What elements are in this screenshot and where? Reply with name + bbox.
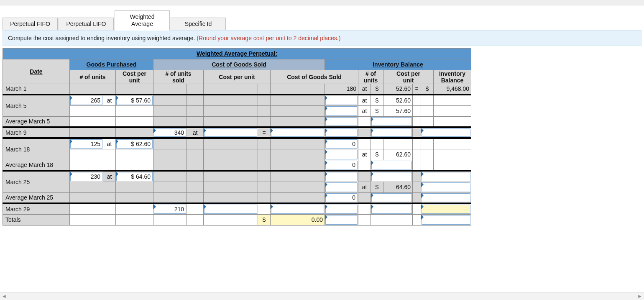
tab-specific-id[interactable]: Specific Id — [171, 18, 226, 31]
at-label: at — [103, 95, 116, 105]
eq-label: = — [413, 84, 421, 95]
row-march9-date: March 9 — [3, 127, 70, 138]
row-avg-march5-inv-units[interactable] — [325, 116, 358, 127]
row-march9-inv-balance[interactable] — [421, 127, 471, 138]
dollar-label: $ — [371, 105, 383, 116]
row-march25b-inv-cpu: 64.60 — [383, 182, 413, 192]
row-march1-inv-balance: 9,468.00 — [434, 84, 471, 95]
row-totals-date: Totals — [3, 214, 70, 225]
row-avg-march18-inv-units[interactable]: 0 — [325, 160, 358, 171]
table-title: Weighted Average Perpetual: — [3, 48, 471, 59]
dollar-label: $ — [371, 182, 383, 192]
tab-weighted-average[interactable]: Weighted Average — [115, 10, 170, 31]
at-label: at — [358, 105, 371, 116]
row-march25b-inv-balance[interactable] — [421, 182, 471, 192]
top-gray-bar — [0, 0, 644, 5]
row-march9-cogs-total[interactable] — [271, 127, 325, 138]
row-march25a-inv-cpu[interactable] — [371, 171, 413, 182]
row-avg-march25-date: Average March 25 — [3, 192, 70, 203]
row-avg-march25-inv-cpu[interactable] — [371, 192, 413, 203]
row-march25-gp-units[interactable]: 230 — [70, 171, 103, 182]
dollar-label: $ — [371, 149, 383, 160]
row-totals-inv-units[interactable] — [325, 214, 358, 225]
dollar-label: $ — [421, 84, 434, 95]
tab-perpetual-lifo[interactable]: Perpetual LIFO — [59, 18, 114, 31]
row-march25-date: March 25 — [3, 171, 70, 192]
row-march9-cogs-cpu[interactable] — [204, 127, 258, 138]
row-march29-cogs-total[interactable] — [271, 203, 325, 214]
row-march1-inv-units: 180 — [325, 84, 358, 95]
row-totals-inv-balance[interactable] — [421, 214, 471, 225]
row-march18b-inv-units[interactable] — [325, 149, 358, 160]
col-date: Date — [3, 59, 70, 84]
row-march18b-inv-cpu: 62.60 — [383, 149, 413, 160]
row-march5b-inv-units[interactable] — [325, 105, 358, 116]
at-label: at — [103, 171, 116, 182]
row-march5a-inv-cpu: 52.60 — [383, 95, 413, 105]
row-march9-inv-cpu[interactable] — [371, 127, 413, 138]
row-march9-inv-units[interactable] — [325, 127, 358, 138]
dollar-label: $ — [371, 84, 383, 95]
row-march29-inv-cpu[interactable] — [371, 203, 413, 214]
row-march29-cogs-cpu[interactable] — [204, 203, 258, 214]
col-inventory-balance: Inventory Balance — [325, 59, 471, 70]
weighted-average-table: Weighted Average Perpetual: Date Goods P… — [3, 48, 471, 226]
tab-perpetual-fifo[interactable]: Perpetual FIFO — [3, 18, 58, 31]
sub-inv-balance: Inventory Balance — [434, 70, 471, 84]
row-avg-march5-inv-cpu[interactable] — [371, 116, 413, 127]
tab-weighted-average-line2: Average — [131, 21, 153, 27]
row-march18a-inv-units[interactable]: 0 — [325, 138, 358, 149]
row-march5b-inv-cpu: 57.60 — [383, 105, 413, 116]
sub-inv-cpu: Cost per unit — [383, 70, 434, 84]
at-label: at — [358, 95, 371, 105]
row-march25a-inv-units[interactable] — [325, 171, 358, 182]
sub-cogs-cpu: Cost per unit — [204, 70, 271, 84]
row-march29-inv-units[interactable] — [325, 203, 358, 214]
row-march29-cogs-units[interactable]: 210 — [153, 203, 187, 214]
row-march5-gp-cpu[interactable]: $ 57.60 — [116, 95, 153, 105]
sub-gp-units: # of units — [70, 70, 116, 84]
col-cogs: Cost of Goods Sold — [153, 59, 325, 70]
sub-cogs-total: Cost of Goods Sold — [271, 70, 358, 84]
sub-cogs-units: # of units sold — [153, 70, 204, 84]
row-march5-date: March 5 — [3, 95, 70, 116]
row-march5a-inv-units[interactable] — [325, 95, 358, 105]
row-avg-march5-date: Average March 5 — [3, 116, 70, 127]
col-goods-purchased: Goods Purchased — [70, 59, 153, 70]
at-label: at — [187, 127, 204, 138]
row-avg-march25-inv-units[interactable]: 0 — [325, 192, 358, 203]
row-avg-march18-inv-cpu[interactable] — [371, 160, 413, 171]
row-march25a-inv-balance[interactable] — [421, 171, 471, 182]
sub-gp-cpu: Cost per unit — [116, 70, 153, 84]
row-march1-date: March 1 — [3, 84, 70, 95]
row-totals-cogs-total: 0.00 — [271, 214, 325, 225]
instruction-text: Compute the cost assigned to ending inve… — [8, 35, 197, 41]
row-avg-march25-inv-balance[interactable] — [421, 192, 471, 203]
row-march5-gp-units[interactable]: 265 — [70, 95, 103, 105]
dollar-label: $ — [371, 95, 383, 105]
sub-inv-units: # of units — [358, 70, 383, 84]
row-march29-date: March 29 — [3, 203, 70, 214]
tab-weighted-average-line1: Weighted — [130, 13, 155, 20]
eq-label: = — [258, 127, 271, 138]
at-label: at — [358, 84, 371, 95]
row-march9-cogs-units[interactable]: 340 — [153, 127, 187, 138]
method-tabs: Perpetual FIFO Perpetual LIFO Weighted A… — [0, 5, 644, 31]
at-label: at — [358, 149, 371, 160]
row-march25-gp-cpu[interactable]: $ 64.60 — [116, 171, 153, 182]
instruction-bar: Compute the cost assigned to ending inve… — [3, 30, 641, 46]
row-avg-march18-date: Average March 18 — [3, 160, 70, 171]
row-march18-date: March 18 — [3, 138, 70, 160]
row-march18-gp-units[interactable]: 125 — [70, 138, 103, 149]
instruction-note: (Round your average cost per unit to 2 d… — [197, 35, 340, 41]
dollar-label: $ — [258, 214, 271, 225]
row-march29-inv-balance[interactable] — [421, 203, 471, 214]
row-march18-gp-cpu[interactable]: $ 62.60 — [116, 138, 153, 149]
row-march25b-inv-units[interactable] — [325, 182, 358, 192]
at-label: at — [358, 182, 371, 192]
row-march1-inv-cpu: 52.60 — [383, 84, 413, 95]
at-label: at — [103, 138, 116, 149]
